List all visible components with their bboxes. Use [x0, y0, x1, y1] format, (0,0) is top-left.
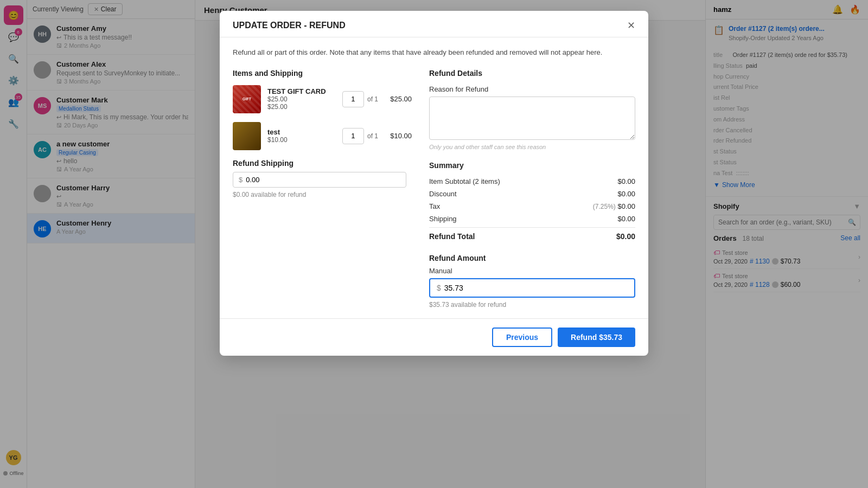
refund-button[interactable]: Refund $35.73 — [558, 328, 635, 347]
modal-two-col: Items and Shipping GIFT TEST GIFT CARD $… — [233, 69, 635, 309]
item-details-test: test $10.00 — [267, 128, 336, 144]
summary-title: Summary — [429, 161, 635, 170]
shipping-input[interactable] — [246, 176, 400, 184]
item-qty-input-test[interactable] — [342, 128, 364, 144]
item-details-giftcard: TEST GIFT CARD $25.00 $25.00 — [267, 87, 336, 111]
manual-dollar-icon: $ — [437, 284, 441, 292]
refund-details-title: Refund Details — [429, 69, 635, 78]
item-row-test: test $10.00 of 1 $10.00 — [233, 122, 412, 150]
summary-total-label: Refund Total — [429, 232, 475, 241]
summary-label-shipping: Shipping — [429, 215, 457, 223]
modal-close-button[interactable]: ✕ — [627, 21, 635, 30]
item-qty-area-giftcard: of 1 — [342, 91, 378, 107]
modal-col-left: Items and Shipping GIFT TEST GIFT CARD $… — [233, 69, 412, 309]
manual-amount-input[interactable] — [444, 284, 628, 292]
shipping-section: Refund Shipping $ $0.00 available for re… — [233, 159, 412, 198]
modal-body: Refund all or part of this order. Note t… — [220, 37, 648, 318]
summary-value-discount: $0.00 — [617, 190, 635, 198]
item-name-giftcard: TEST GIFT CARD — [267, 87, 336, 95]
manual-input-wrap: $ — [429, 278, 635, 298]
modal-col-right: Refund Details Reason for Refund Only yo… — [429, 69, 635, 309]
item-price-giftcard: $25.00 — [267, 95, 336, 103]
item-total-test: $10.00 — [385, 132, 412, 140]
modal-description: Refund all or part of this order. Note t… — [233, 47, 635, 58]
item-of-giftcard: of 1 — [367, 95, 378, 103]
summary-total-value: $0.00 — [616, 232, 635, 241]
modal-header: UPDATE ORDER - REFUND ✕ — [220, 11, 648, 37]
reason-label: Reason for Refund — [429, 85, 635, 93]
shipping-input-wrap: $ — [233, 172, 406, 188]
modal-title: UPDATE ORDER - REFUND — [233, 21, 346, 30]
summary-value-subtotal: $0.00 — [617, 177, 635, 185]
item-qty-input-giftcard[interactable] — [342, 91, 364, 107]
shipping-dollar-icon: $ — [239, 176, 242, 184]
previous-button[interactable]: Previous — [492, 328, 552, 347]
summary-row-discount: Discount $0.00 — [429, 188, 635, 200]
summary-section: Summary Item Subtotal (2 items) $0.00 Di… — [429, 161, 635, 245]
summary-label-tax: Tax — [429, 202, 440, 210]
test-item-image — [233, 122, 261, 150]
item-of-test: of 1 — [367, 132, 378, 140]
shipping-available-text: $0.00 available for refund — [233, 191, 412, 198]
modal-overlay: UPDATE ORDER - REFUND ✕ Refund all or pa… — [0, 0, 868, 488]
item-total-giftcard: $25.00 — [385, 95, 412, 103]
summary-value-tax: (7.25%) $0.00 — [593, 202, 635, 210]
manual-label: Manual — [429, 267, 635, 275]
refund-amount-section: Refund Amount Manual $ $35.73 available … — [429, 254, 635, 309]
refund-modal: UPDATE ORDER - REFUND ✕ Refund all or pa… — [220, 11, 648, 356]
summary-label-discount: Discount — [429, 190, 457, 198]
summary-row-subtotal: Item Subtotal (2 items) $0.00 — [429, 175, 635, 188]
item-qty-area-test: of 1 — [342, 128, 378, 144]
summary-value-shipping: $0.00 — [617, 215, 635, 223]
gift-card-label: GIFT — [242, 97, 251, 101]
summary-row-tax: Tax (7.25%) $0.00 — [429, 200, 635, 213]
items-section-title: Items and Shipping — [233, 69, 412, 78]
reason-note: Only you and other staff can see this re… — [429, 144, 635, 150]
manual-available-text: $35.73 available for refund — [429, 301, 635, 309]
summary-row-shipping: Shipping $0.00 — [429, 213, 635, 225]
item-row-giftcard: GIFT TEST GIFT CARD $25.00 $25.00 of 1 — [233, 85, 412, 113]
summary-total-row: Refund Total $0.00 — [429, 227, 635, 245]
shipping-title: Refund Shipping — [233, 159, 412, 168]
summary-label-subtotal: Item Subtotal (2 items) — [429, 177, 500, 185]
item-price-test: $10.00 — [267, 136, 336, 144]
gift-card-image: GIFT — [233, 85, 261, 113]
modal-footer: Previous Refund $35.73 — [220, 318, 648, 356]
reason-textarea[interactable] — [429, 97, 635, 140]
item-price2-giftcard: $25.00 — [267, 103, 336, 111]
item-name-test: test — [267, 128, 336, 136]
refund-amount-title: Refund Amount — [429, 254, 635, 262]
